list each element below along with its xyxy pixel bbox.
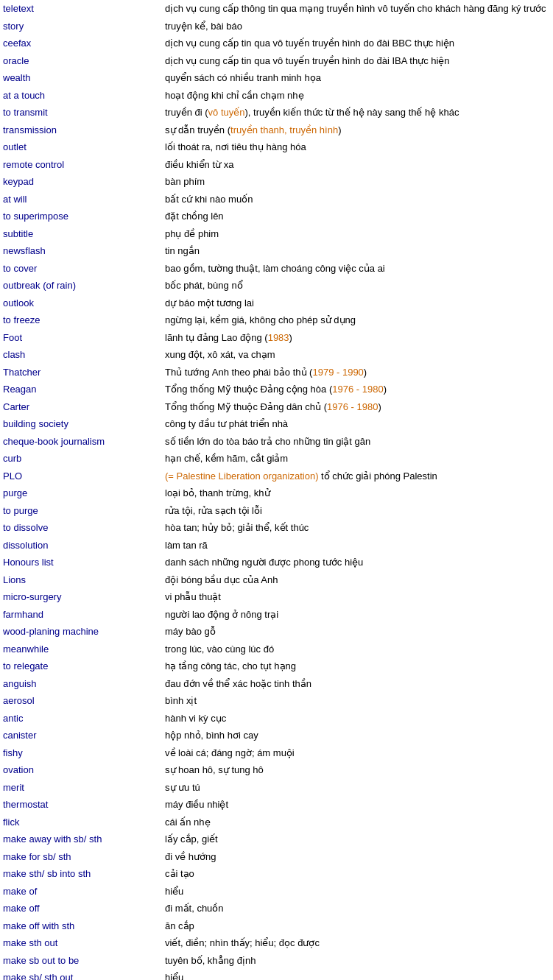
definition-cell: sự dẫn truyền (truyền thanh, truyền hình… — [162, 121, 553, 139]
term-cell: meanwhile — [0, 641, 162, 658]
definition-cell: bình xịt — [162, 692, 553, 710]
definition-cell: hành vi kỳ cục — [162, 710, 553, 727]
def-part: ), truyền kiến thức từ thế hệ này sang t… — [245, 107, 459, 118]
term: make sb out to be — [3, 955, 79, 966]
definition: loại bỏ, thanh trừng, khử — [165, 487, 270, 498]
definition: cái ấn nhẹ — [165, 817, 211, 828]
table-row: canisterhộp nhỏ, bình hơi cay — [0, 727, 553, 744]
definition-cell: lãnh tụ đảng Lao động (1983) — [162, 329, 553, 347]
definition-cell: hoạt động khi chỉ cần chạm nhẹ — [162, 87, 553, 105]
term-cell: transmission — [0, 121, 162, 139]
table-row: aerosolbình xịt — [0, 692, 553, 710]
definition-cell: công ty đầu tư phát triển nhà — [162, 415, 553, 433]
term: Reagan — [3, 384, 37, 395]
table-row: cheque-book journalismsố tiền lớn do tòa… — [0, 433, 553, 451]
table-row: wealthquyển sách có nhiều tranh minh họa — [0, 69, 553, 87]
table-row: make away with sb/ sthlấy cắp, giết — [0, 831, 553, 848]
term-cell: purge — [0, 484, 162, 502]
definition-cell: về loài cá; đáng ngờ; ám muội — [162, 744, 553, 762]
term: to transmit — [3, 107, 48, 118]
term: meanwhile — [3, 644, 49, 655]
term-cell: flick — [0, 814, 162, 831]
term-cell: dissolution — [0, 537, 162, 554]
def-part: Tổng thống Mỹ thuộc Đảng dân chủ ( — [165, 401, 327, 412]
table-row: at a touchhoạt động khi chỉ cần chạm nhẹ — [0, 87, 553, 105]
term: make off with sth — [3, 920, 74, 931]
definition: dịch vụ cung cấp tin qua vô tuyến truyền… — [165, 55, 450, 66]
table-row: antichành vi kỳ cục — [0, 710, 553, 727]
term-cell: cheque-book journalism — [0, 433, 162, 451]
definition-cell: hạ tầng công tác, cho tụt hạng — [162, 658, 553, 675]
table-row: wood-planing machinemáy bào gỗ — [0, 623, 553, 641]
definition-cell: bàn phím — [162, 173, 553, 191]
definition-cell: tuyên bố, khẳng định — [162, 952, 553, 970]
term-cell: Reagan — [0, 381, 162, 398]
table-row: flickcái ấn nhẹ — [0, 814, 553, 831]
definition: hiểu — [165, 972, 183, 980]
term: wood-planing machine — [3, 626, 99, 637]
term-cell: ovation — [0, 761, 162, 779]
term: clash — [3, 349, 25, 360]
table-row: outletlối thoát ra, nơi tiêu thụ hàng hó… — [0, 138, 553, 156]
table-row: thermostatmáy điều nhiệt — [0, 796, 553, 814]
definition: bàn phím — [165, 176, 205, 187]
definition: xung đột, xô xát, va chạm — [165, 349, 275, 360]
term-cell: Honours list — [0, 554, 162, 571]
table-row: keypadbàn phím — [0, 173, 553, 191]
term: outlook — [3, 297, 34, 309]
definition-cell: làm tan rã — [162, 537, 553, 554]
table-row: ovationsự hoan hô, sự tung hô — [0, 761, 553, 779]
definition-cell: truyền đi (vô tuyến), truyền kiến thức t… — [162, 104, 553, 121]
definition: hành vi kỳ cục — [165, 713, 226, 724]
definition-cell: Tổng thống Mỹ thuộc Đảng cộng hòa (1976 … — [162, 381, 553, 398]
def-part: 1976 - 1980 — [332, 384, 383, 395]
table-row: ceefaxdịch vụ cung cấp tin qua vô tuyến … — [0, 35, 553, 52]
table-row: purgeloại bỏ, thanh trừng, khử — [0, 484, 553, 502]
definition: bốc phát, bùng nổ — [165, 280, 243, 291]
def-part: ) — [384, 384, 387, 395]
definition: lấy cắp, giết — [165, 833, 218, 845]
definition-cell: bốc phát, bùng nổ — [162, 277, 553, 295]
table-row: Lionsđội bóng bầu dục của Anh — [0, 571, 553, 589]
definition: hiểu — [165, 886, 183, 897]
table-row: ReaganTổng thống Mỹ thuộc Đảng cộng hòa … — [0, 381, 553, 398]
term-cell: wood-planing machine — [0, 623, 162, 641]
term: subtitle — [3, 228, 33, 239]
term: make sth out — [3, 937, 57, 948]
def-part: ) — [338, 124, 341, 135]
def-part: truyền thanh, truyền hình — [230, 124, 338, 135]
definition-cell: bao gồm, tường thuật, làm choáng công vi… — [162, 260, 553, 278]
definition-cell: sự hoan hô, sự tung hô — [162, 761, 553, 779]
table-row: make offđi mất, chuồn — [0, 900, 553, 917]
term: building society — [3, 418, 68, 429]
def-part: ) — [289, 332, 292, 343]
table-row: CarterTổng thống Mỹ thuộc Đảng dân chủ (… — [0, 398, 553, 416]
term: Thatcher — [3, 367, 40, 378]
definition-cell: máy bào gỗ — [162, 623, 553, 641]
definition-cell: đi mất, chuồn — [162, 900, 553, 917]
definition-cell: hòa tan; hủy bỏ; giải thể, kết thúc — [162, 519, 553, 537]
def-part: ) — [378, 401, 381, 412]
table-row: outlookdự báo một tương lai — [0, 295, 553, 312]
definition: vi phẫu thuật — [165, 591, 221, 602]
term-cell: story — [0, 18, 162, 35]
term-cell: newsflash — [0, 242, 162, 260]
term: to dissolve — [3, 522, 48, 533]
def-part: ) — [364, 367, 367, 378]
term: wealth — [3, 72, 31, 83]
term: canister — [3, 730, 37, 741]
definition: ngừng lại, kềm giá, không cho phép sử dụ… — [165, 314, 356, 325]
term-cell: outbreak (of rain) — [0, 277, 162, 295]
table-row: curbhạn chế, kềm hãm, cắt giảm — [0, 450, 553, 468]
term: dissolution — [3, 540, 48, 551]
term: Carter — [3, 401, 29, 412]
table-row: PLO(= Palestine Liberation organization)… — [0, 468, 553, 485]
definition: hộp nhỏ, bình hơi cay — [165, 730, 258, 741]
definition-cell: dịch vụ cung cấp tin qua vô tuyến truyền… — [162, 35, 553, 52]
definition: tin ngắn — [165, 245, 200, 256]
definition-cell: đi về hướng — [162, 848, 553, 866]
table-row: make sth outviết, điền; nhìn thấy; hiểu;… — [0, 934, 553, 952]
vocabulary-table: teletextdịch vụ cung cấp thông tin qua m… — [0, 0, 553, 980]
definition: quyển sách có nhiều tranh minh họa — [165, 72, 321, 83]
term-cell: fishy — [0, 744, 162, 762]
